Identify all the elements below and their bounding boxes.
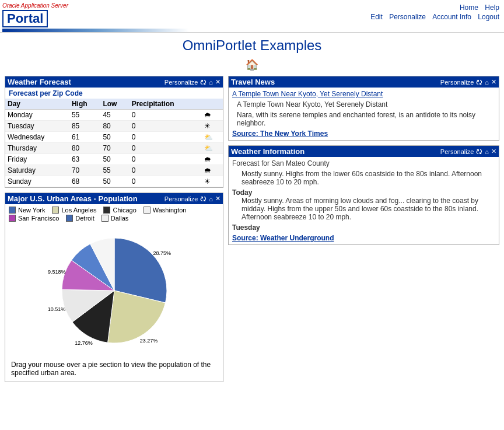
population-personalize[interactable]: Personalize	[164, 195, 198, 202]
weather-high-0: 55	[69, 110, 101, 121]
weather-info-header: Weather Information Personalize 🗘 ⌂ ✕	[229, 146, 499, 157]
weather-day-5: Saturday	[5, 165, 69, 176]
legend-label-2: Chicago	[113, 207, 136, 214]
arrow-icon: 🏠	[246, 59, 258, 71]
wi-county: Forecast for San Mateo County	[232, 159, 495, 167]
weather-info-portlet: Weather Information Personalize 🗘 ⌂ ✕ Fo…	[228, 145, 499, 245]
weather-day-0: Monday	[5, 110, 69, 121]
legend-item-0: New York	[9, 207, 45, 214]
weather-info-icon-close[interactable]: ✕	[491, 148, 496, 155]
legend-item-3: Washington	[144, 207, 187, 214]
population-icon-move[interactable]: ⌂	[209, 195, 213, 202]
weather-low-6: 50	[100, 176, 129, 187]
weather-info-personalize[interactable]: Personalize	[440, 148, 474, 155]
col-high: High	[69, 99, 101, 110]
wi-day-text-0: Mostly sunny. Highs from the lower 60s c…	[232, 170, 495, 186]
travel-news-title: Travel News	[231, 78, 275, 86]
pie-pct-san-francisco: 9.518%	[47, 269, 65, 275]
portal-label: Portal	[2, 10, 48, 27]
weather-precip-6: 0	[130, 176, 202, 187]
weather-forecast-personalize[interactable]: Personalize	[164, 79, 198, 86]
legend-item-2: Chicago	[103, 207, 136, 214]
logout-link[interactable]: Logout	[478, 13, 499, 21]
travel-news-icon-close[interactable]: ✕	[491, 78, 496, 86]
col-icon	[202, 99, 223, 110]
weather-forecast-portlet: Weather Forecast Personalize 🗘 ⌂ ✕ Forec…	[5, 76, 223, 188]
weather-forecast-header: Weather Forecast Personalize 🗘 ⌂ ✕	[5, 76, 223, 88]
travel-news-icon-move[interactable]: ⌂	[485, 79, 489, 86]
col-day: Day	[5, 99, 69, 110]
weather-precip-4: 0	[130, 154, 202, 165]
weather-high-4: 63	[69, 154, 101, 165]
weather-forecast-icon-refresh[interactable]: 🗘	[200, 79, 206, 86]
weather-precip-1: 0	[130, 121, 202, 132]
weather-icon-1: ☀	[202, 121, 223, 132]
weather-row-3: Thursday 80 70 0 ⛅	[5, 143, 223, 154]
nav-links-top: Home Help	[455, 4, 499, 12]
travel-news-link[interactable]: A Temple Town Near Kyoto, Yet Serenely D…	[232, 90, 495, 98]
legend-item-4: San Francisco	[9, 215, 59, 222]
logo-area: Oracle Application Server Portal	[0, 2, 189, 32]
travel-source[interactable]: Source: The New York Times	[232, 130, 328, 138]
population-icon-refresh[interactable]: 🗘	[200, 195, 206, 202]
main-layout: Weather Forecast Personalize 🗘 ⌂ ✕ Forec…	[0, 74, 504, 389]
weather-icon-6: ☀	[202, 176, 223, 187]
weather-row-4: Friday 63 50 0 🌧	[5, 154, 223, 165]
account-info-link[interactable]: Account Info	[432, 13, 471, 21]
population-header: Major U.S. Urban Areas - Population Pers…	[5, 193, 223, 204]
population-title: Major U.S. Urban Areas - Population	[8, 194, 138, 203]
legend-item-5: Detroit	[66, 215, 94, 222]
travel-news-body: A Temple Town Near Kyoto, Yet Serenely D…	[229, 88, 499, 140]
population-body: New YorkLos AngelesChicagoWashingtonSan …	[5, 204, 223, 382]
pie-pct-chicago: 12.76%	[75, 340, 93, 346]
weather-table-body: Monday 55 45 0 🌧 Tuesday 85 80 0 ☀ Wedne…	[5, 110, 223, 187]
weather-info-icon-refresh[interactable]: 🗘	[476, 148, 482, 155]
weather-icon-0: 🌧	[202, 110, 223, 121]
weather-day-6: Sunday	[5, 176, 69, 187]
legend-label-4: San Francisco	[18, 215, 59, 222]
weather-day-4: Friday	[5, 154, 69, 165]
right-column: Travel News Personalize 🗘 ⌂ ✕ A Temple T…	[228, 76, 499, 250]
home-link[interactable]: Home	[460, 4, 478, 12]
travel-news-personalize[interactable]: Personalize	[440, 79, 474, 86]
left-column: Weather Forecast Personalize 🗘 ⌂ ✕ Forec…	[5, 76, 223, 387]
weather-high-6: 68	[69, 176, 101, 187]
weather-day-1: Tuesday	[5, 121, 69, 132]
weather-info-title: Weather Information	[231, 147, 304, 156]
population-icon-close[interactable]: ✕	[215, 195, 220, 202]
weather-forecast-icon-close[interactable]: ✕	[215, 78, 220, 86]
weather-low-2: 50	[100, 132, 129, 143]
weather-low-4: 50	[100, 154, 129, 165]
logo-stripe	[2, 29, 189, 32]
pie-pct-washington: 10.51%	[47, 306, 65, 312]
help-link[interactable]: Help	[485, 4, 499, 12]
weather-icon-5: 🌧	[202, 165, 223, 176]
weather-info-body: Forecast for San Mateo County Mostly sun…	[229, 157, 499, 244]
weather-icon-2: ⛅	[202, 132, 223, 143]
weather-forecast-icon-move[interactable]: ⌂	[209, 79, 213, 86]
weather-low-1: 80	[100, 121, 129, 132]
weather-info-icon-move[interactable]: ⌂	[485, 148, 489, 155]
page-title-area: OmniPortlet Examples	[0, 33, 504, 56]
weather-forecast-controls: Personalize 🗘 ⌂ ✕	[164, 78, 220, 86]
legend-label-0: New York	[18, 207, 45, 214]
personalize-link[interactable]: Personalize	[389, 13, 426, 21]
pie-chart-container[interactable]: 28.75%23.27%12.76%10.51%9.518%	[44, 226, 184, 355]
weather-forecast-title: Weather Forecast	[8, 78, 71, 86]
weather-low-5: 55	[100, 165, 129, 176]
weather-high-3: 80	[69, 143, 101, 154]
weather-forecast-body: Forecast per Zip Code Day High Low Preci…	[5, 88, 223, 187]
travel-summary-1: A Temple Town Near Kyoto, Yet Serenely D…	[232, 100, 495, 109]
legend-label-3: Washington	[153, 207, 187, 214]
legend-item-6: Dallas	[102, 215, 129, 222]
travel-news-icon-refresh[interactable]: 🗘	[476, 79, 482, 86]
travel-news-portlet: Travel News Personalize 🗘 ⌂ ✕ A Temple T…	[228, 76, 499, 141]
weather-low-3: 70	[100, 143, 129, 154]
edit-link[interactable]: Edit	[370, 13, 383, 21]
travel-news-header: Travel News Personalize 🗘 ⌂ ✕	[229, 76, 499, 88]
legend-label-1: Los Angeles	[61, 207, 96, 214]
wi-day-label-tuesday: Tuesday	[232, 223, 495, 232]
pie-chart[interactable]: 28.75%23.27%12.76%10.51%9.518%	[44, 226, 196, 355]
weather-row-1: Tuesday 85 80 0 ☀	[5, 121, 223, 132]
wi-source[interactable]: Source: Weather Underground	[232, 234, 495, 242]
